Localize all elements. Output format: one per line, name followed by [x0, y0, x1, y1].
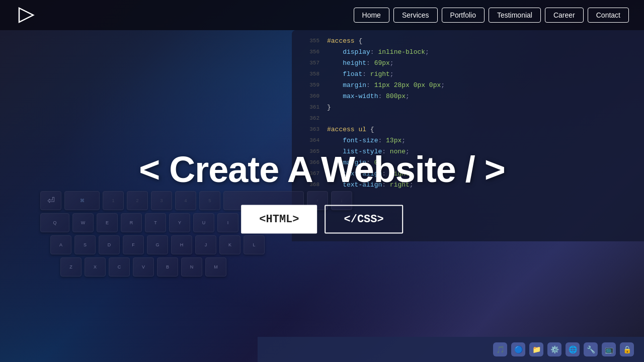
html-button[interactable]: <HTML>: [241, 205, 317, 234]
taskbar-icon-2: 🔵: [511, 342, 525, 356]
hero-content: < Create A Website / > <HTML> </CSS>: [139, 149, 505, 234]
nav-link-home[interactable]: Home: [354, 8, 389, 23]
nav-link-career[interactable]: Career: [545, 8, 584, 23]
play-icon: [15, 5, 35, 25]
hero-buttons: <HTML> </CSS>: [139, 205, 505, 234]
svg-marker-0: [19, 8, 33, 22]
css-button[interactable]: </CSS>: [325, 205, 403, 234]
taskbar-icon-7: 📺: [602, 342, 616, 356]
nav-link-contact[interactable]: Contact: [588, 8, 629, 23]
taskbar-icon-5: 🌐: [566, 342, 580, 356]
taskbar-icon-8: 🔒: [620, 342, 634, 356]
taskbar: 🎵 🔵 📁 ⚙️ 🌐 🔧 📺 🔒: [258, 337, 644, 362]
nav-link-portfolio[interactable]: Portfolio: [442, 8, 485, 23]
navbar: Home Services Portfolio Testimonial Care…: [0, 0, 644, 30]
taskbar-icon-3: 📁: [529, 342, 543, 356]
logo[interactable]: [15, 5, 35, 25]
taskbar-icon-1: 🎵: [493, 342, 507, 356]
taskbar-icon-4: ⚙️: [547, 342, 561, 356]
hero-title: < Create A Website / >: [139, 149, 505, 190]
nav-link-services[interactable]: Services: [393, 8, 438, 23]
taskbar-icon-6: 🔧: [584, 342, 598, 356]
nav-links: Home Services Portfolio Testimonial Care…: [354, 8, 629, 23]
nav-link-testimonial[interactable]: Testimonial: [489, 8, 541, 23]
